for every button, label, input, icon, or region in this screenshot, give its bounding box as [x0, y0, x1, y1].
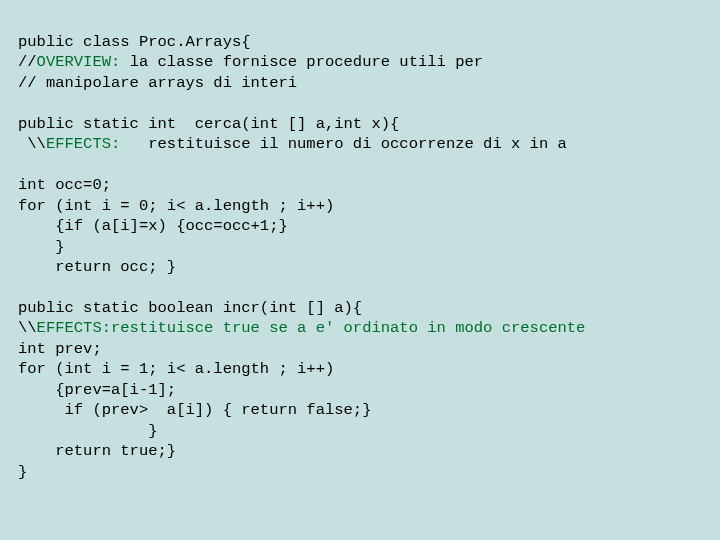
comment-effects: EFFECTS: [46, 135, 120, 153]
code-line: \\ [18, 135, 46, 153]
code-line: public static int cerca(int [] a,int x){ [18, 115, 399, 133]
code-line: for (int i = 1; i< a.length ; i++) [18, 360, 334, 378]
code-line: for (int i = 0; i< a.length ; i++) [18, 197, 334, 215]
comment-overview: OVERVIEW: [37, 53, 121, 71]
code-line: if (prev> a[i]) { return false;} [18, 401, 371, 419]
code-line: public class Proc.Arrays{ [18, 33, 251, 51]
code-line: {prev=a[i-1]; [18, 381, 176, 399]
code-line: restituisce il numero di occorrenze di x… [120, 135, 566, 153]
code-line: la classe fornisce procedure utili per [120, 53, 483, 71]
code-line: \\ [18, 319, 37, 337]
code-line: return true;} [18, 442, 176, 460]
comment-effects: EFFECTS:restituisce true se a e' ordinat… [37, 319, 586, 337]
code-line: int occ=0; [18, 176, 111, 194]
code-line: // manipolare arrays di interi [18, 74, 297, 92]
code-line: {if (a[i]=x) {occ=occ+1;} [18, 217, 288, 235]
code-slide: public class Proc.Arrays{ //OVERVIEW: la… [0, 0, 720, 514]
code-line: int prev; [18, 340, 102, 358]
code-line: // [18, 53, 37, 71]
code-line: public static boolean incr(int [] a){ [18, 299, 362, 317]
code-line: } [18, 238, 65, 256]
code-line: } [18, 422, 158, 440]
code-line: return occ; } [18, 258, 176, 276]
code-line: } [18, 463, 27, 481]
